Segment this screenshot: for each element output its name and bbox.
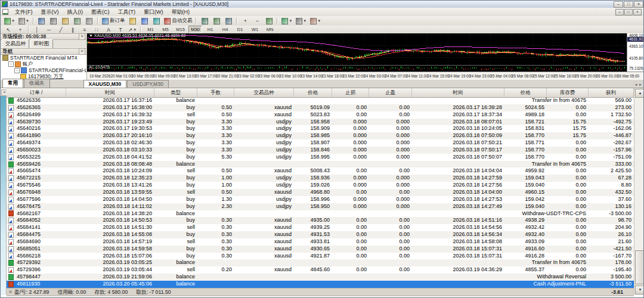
experts-button[interactable]	[139, 17, 150, 25]
navigator-item-0[interactable]: STARTRADER Financial MT4	[1, 55, 86, 61]
maximize-icon[interactable]: □	[624, 1, 633, 8]
timeframe-h1-button[interactable]: H1	[203, 26, 217, 33]
column-header-6[interactable]: 止损	[332, 88, 369, 97]
indicators-button[interactable]: ▼	[280, 17, 293, 25]
chart-tab-scroll-icons[interactable]: ◄ ►	[634, 83, 642, 86]
timeframe-h4-button[interactable]: H4	[218, 26, 232, 33]
navigator-tab-0[interactable]: 常用	[2, 79, 23, 88]
menu-item-4[interactable]: 工具(T)	[114, 8, 140, 17]
history-row[interactable]: 45686218 2026.03.18 15:07:06 buy0.30xauu…	[7, 253, 634, 260]
arrows-tool[interactable]: ↗▼	[127, 26, 138, 34]
fibonacci-tool[interactable]: ≡	[79, 26, 90, 34]
history-row[interactable]: 45684475 2026.03.18 14:55:08 buy0.30xauu…	[7, 231, 634, 238]
horizontal-line-tool[interactable]: ─	[44, 26, 54, 34]
scroll-thumb[interactable]	[635, 250, 644, 284]
grid-tool[interactable]: ∷	[91, 26, 102, 34]
column-header-3[interactable]: 手数	[197, 88, 234, 97]
minimize-icon[interactable]: –	[614, 1, 623, 8]
tree-expander-icon[interactable]: -	[14, 68, 20, 73]
history-row[interactable]: 45649374 2026.03.18 02:46:30 buy3.30usdj…	[7, 139, 634, 147]
history-row[interactable]: 45641890 2026.03.17 20:16:10 buy3.30usdj…	[7, 132, 634, 139]
navigator-item-1[interactable]: - 账户	[1, 61, 86, 68]
price-chart[interactable]: ▼ XAUUSD,M30 4635.53 4636.05 4631.46 463…	[87, 33, 644, 80]
history-row[interactable]: 45653225 2026.03.18 04:41:52 buy5.30usdj…	[7, 154, 634, 161]
history-row[interactable]: 45650023 2026.03.18 03:10:33 buy3.30usdj…	[7, 147, 634, 154]
timeframe-m30-button[interactable]: M30	[188, 26, 202, 33]
label-tool[interactable]: T	[115, 26, 126, 34]
history-row[interactable]: 45811930 2026.03.20 05:45:06 balanceCash…	[7, 281, 634, 288]
navigator-tab-1[interactable]: 收藏夹	[24, 79, 50, 88]
scroll-up-icon[interactable]: ▲	[635, 89, 644, 98]
history-row[interactable]: 45676948 2026.03.18 13:59:55 sell0.50xau…	[7, 189, 634, 196]
column-header-8[interactable]: 时间	[412, 88, 504, 97]
history-row[interactable]: 45684052 2026.03.18 14:50:53 buy0.30xauu…	[7, 217, 634, 224]
timeframe-mn-button[interactable]: MN	[263, 26, 277, 33]
menu-item-5[interactable]: 窗口(W)	[140, 8, 168, 17]
market-watch-close-icon[interactable]: ×	[79, 33, 85, 40]
chart-window-icon[interactable]	[2, 9, 8, 15]
column-header-7[interactable]: 止盈	[369, 88, 412, 97]
history-row[interactable]: 45626499 2026.03.17 16:39:32 sell0.50xau…	[7, 111, 634, 119]
scroll-down-icon[interactable]: ▼	[635, 285, 644, 294]
column-header-0[interactable]: 订单 /	[7, 88, 66, 97]
history-row[interactable]: 45685051 2026.03.18 14:59:58 buy0.30xauu…	[7, 246, 634, 253]
column-header-9[interactable]: 价格	[504, 88, 547, 97]
mdi-minimize-icon[interactable]: –	[615, 9, 624, 15]
history-row[interactable]: 45798447 2026.03.19 21:59:06 balanceWith…	[7, 274, 634, 281]
metaeditor-button[interactable]	[127, 17, 138, 25]
timeframe-w1-button[interactable]: W1	[248, 26, 262, 33]
market-watch-toggle[interactable]	[36, 17, 47, 25]
history-row[interactable]: 45659426 2026.03.18 08:08:48 balanceTran…	[7, 161, 634, 168]
tile-windows-button[interactable]	[264, 17, 274, 25]
terminal-toggle[interactable]	[72, 17, 83, 25]
history-row[interactable]: 45665474 2026.03.18 10:24:09 sell0.50xau…	[7, 167, 634, 175]
tree-expander-icon[interactable]: -	[8, 61, 14, 67]
column-header-5[interactable]: 价格	[294, 88, 332, 97]
navigator-close-icon[interactable]: ×	[79, 48, 85, 55]
new-order-button[interactable]: 新订单	[101, 17, 126, 25]
timeframe-m5-button[interactable]: M5	[159, 26, 172, 33]
column-header-1[interactable]: 时间	[66, 88, 154, 97]
profiles-button[interactable]: ▼	[17, 17, 30, 25]
history-row[interactable]: 45684141 2026.03.18 14:51:30 sell0.30xau…	[7, 224, 634, 231]
mdi-restore-icon[interactable]: □	[624, 9, 633, 15]
history-scrollbar[interactable]: ▲ ▼	[634, 88, 644, 295]
chart-tab-xauusd[interactable]: XAUUSD,M30	[83, 80, 127, 88]
data-window-toggle[interactable]	[48, 17, 59, 25]
column-header-11[interactable]: 获利	[589, 88, 634, 97]
column-header-10[interactable]: 库存费	[547, 88, 589, 97]
periods-button[interactable]: ▼	[295, 17, 308, 25]
history-row[interactable]: 45626336 2026.03.17 16:37:16 balanceTran…	[7, 97, 634, 104]
community-button[interactable]	[151, 17, 162, 25]
crosshair-tool[interactable]: +	[15, 26, 26, 34]
history-row[interactable]: 45729392 2026.03.19 03:05:25 balanceTran…	[7, 259, 634, 266]
menu-item-0[interactable]: 文件(F)	[11, 8, 37, 17]
history-row[interactable]: 45640216 2026.03.17 19:30:53 buy3.30usdj…	[7, 125, 634, 132]
history-row[interactable]: 45682167 2026.03.18 14:38:20 balanceWith…	[7, 210, 634, 218]
zoom-in-button[interactable]: +	[240, 17, 250, 25]
history-column-headers[interactable]: 订单 /时间类型手数交易品种价格止损止盈时间价格库存费获利	[7, 88, 634, 98]
history-row[interactable]: 45677596 2026.03.18 14:04:50 buy1.30usdj…	[7, 196, 634, 203]
trendline-tool[interactable]: ╱	[55, 26, 66, 34]
chart-tab-usdjpy[interactable]: USDJPY,M30	[127, 80, 168, 88]
navigator-header[interactable]: 导航 ×	[1, 48, 87, 55]
cursor-tool[interactable]: ↖	[3, 26, 14, 34]
templates-button[interactable]: ▼	[309, 17, 322, 25]
timeframe-d1-button[interactable]: D1	[233, 26, 247, 33]
history-row[interactable]: 45684690 2026.03.18 14:57:19 sell0.30xau…	[7, 238, 634, 246]
mdi-close-icon[interactable]: ×	[633, 9, 642, 15]
timeframe-m15-button[interactable]: M15	[174, 26, 187, 33]
history-row[interactable]: 45678475 2026.03.18 14:11:02 buy2.30usdj…	[7, 203, 634, 210]
strategy-tester-toggle[interactable]	[84, 17, 95, 25]
zoom-out-button[interactable]: −	[252, 17, 262, 25]
history-row[interactable]: 45729396 2026.03.19 03:05:44 sell0.20xau…	[7, 266, 634, 274]
menu-item-6[interactable]: 帮助(H)	[168, 8, 194, 17]
candlestick-button[interactable]	[211, 17, 222, 25]
menu-item-2[interactable]: 插入(I)	[63, 8, 88, 17]
text-tool[interactable]: A	[103, 26, 114, 34]
column-header-2[interactable]: 类型	[154, 88, 197, 97]
history-row[interactable]: 45672215 2026.03.18 12:35:23 buy1.00usdj…	[7, 175, 634, 182]
vertical-line-tool[interactable]: │	[32, 26, 42, 34]
close-icon[interactable]: ×	[634, 1, 643, 8]
bar-chart-button[interactable]	[199, 17, 210, 25]
